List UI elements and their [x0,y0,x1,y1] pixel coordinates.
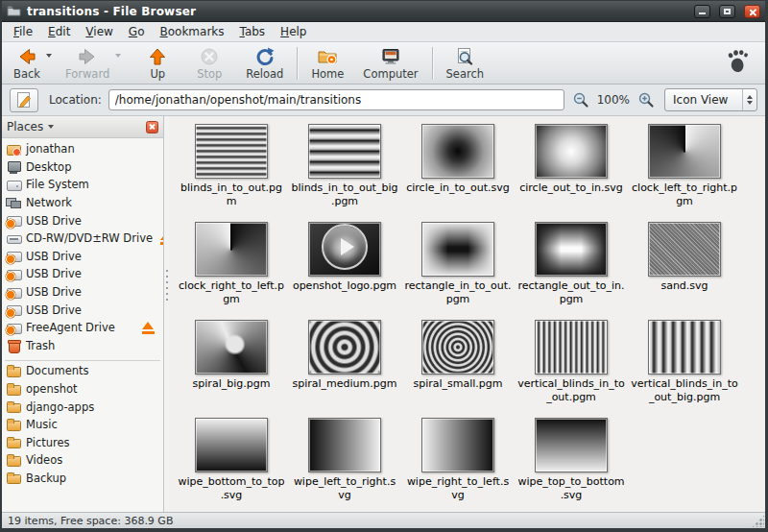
pane-separator-grip[interactable] [166,270,169,302]
menu-item[interactable]: View [78,23,120,40]
sidebar-item[interactable]: FreeAgent Drive [2,319,163,337]
file-item[interactable]: wipe_bottom_to_top.svg [177,418,286,516]
file-item[interactable]: vertical_blinds_in_to_out.pgm [516,320,626,418]
sidebar-item[interactable]: Trash [2,337,163,355]
view-mode-select[interactable]: Icon View [664,88,757,111]
file-item[interactable]: clock_left_to_right.pgm [630,124,739,222]
minimize-button[interactable] [694,5,710,18]
file-item[interactable]: spiral_medium.pgm [290,320,399,418]
file-item[interactable]: vertical_blinds_in_to_out_big.pgm [630,320,739,418]
folder-icon [6,452,21,468]
toolbar: Back Forward Up Stop [2,42,765,85]
sidebar-item[interactable]: Backup [2,470,163,488]
file-item[interactable]: rectangle_out_to_in.pgm [516,222,626,320]
toolbar-separator [432,47,433,80]
sidebar-item[interactable]: USB Drive [2,301,163,319]
file-name: vertical_blinds_in_to_out.pgm [517,377,625,403]
sidebar-item[interactable]: django-apps [2,398,163,416]
folder-icon [6,417,21,432]
location-bar: Location: 100% Icon View [2,85,765,116]
file-item[interactable]: spiral_small.pgm [403,320,513,418]
computer-button[interactable]: Computer [357,45,423,82]
file-thumbnail [421,124,494,179]
file-thumbnail [535,418,608,472]
arrow-left-icon [16,46,37,67]
sidebar-item[interactable]: USB Drive [2,283,163,302]
edit-location-icon [15,91,33,109]
home-button[interactable]: Home [305,45,349,82]
file-item[interactable]: sand.svg [630,222,739,320]
file-item[interactable]: wipe_left_to_right.svg [290,418,399,516]
folder-icon [6,363,21,378]
file-name: spiral_big.pgm [193,377,271,391]
location-input[interactable] [108,89,564,110]
file-item[interactable]: blinds_in_to_out.pgm [177,124,286,222]
sidebar-item[interactable]: Desktop [2,158,163,177]
back-button[interactable]: Back [8,45,46,82]
search-button[interactable]: Search [441,45,491,82]
file-thumbnail [308,124,381,179]
file-item[interactable]: wipe_right_to_left.svg [403,418,513,516]
location-toggle-button[interactable] [10,88,38,112]
zoom-out-button[interactable] [571,90,590,109]
sidebar-item[interactable]: Documents [2,362,163,380]
places-dropdown-icon[interactable] [48,125,54,129]
file-thumbnail [421,320,494,375]
sidebar-item[interactable]: USB Drive [2,211,163,230]
network-icon [6,195,21,210]
forward-history-dropdown[interactable] [115,54,121,58]
menu-item[interactable]: Help [273,23,314,40]
file-item[interactable]: clock_right_to_left.pgm [177,222,286,320]
pane-separator[interactable] [163,116,169,512]
file-item[interactable]: circle_in_to_out.svg [403,124,513,222]
sidebar-item[interactable]: Music [2,416,163,434]
file-item[interactable]: blinds_in_to_out_big.pgm [290,124,399,222]
file-thumbnail [648,124,721,179]
zoom-out-icon [572,91,589,109]
file-name: wipe_right_to_left.svg [404,475,512,501]
eject-button[interactable] [139,322,158,334]
file-item[interactable]: circle_out_to_in.svg [516,124,626,222]
up-button[interactable]: Up [138,45,177,82]
menu-item[interactable]: Go [121,23,153,40]
maximize-button[interactable] [719,5,735,18]
reload-button[interactable]: Reload [240,45,289,82]
sidebar-item[interactable]: Pictures [2,434,163,452]
usb-drive-icon [6,320,21,335]
file-thumbnail [308,222,381,277]
file-name: spiral_medium.pgm [293,377,397,391]
usb-drive-icon [6,302,21,318]
file-grid: blinds_in_to_out.pgm blinds_in_to_out_bi… [169,116,765,512]
usb-drive-icon [6,266,21,281]
file-item[interactable]: spiral_big.pgm [177,320,286,418]
sidebar-item[interactable]: Videos [2,451,163,470]
menu-item[interactable]: Tabs [232,23,274,40]
forward-button[interactable]: Forward [60,45,115,82]
sidebar-item[interactable]: File System [2,176,163,194]
sidebar-item[interactable]: openshot [2,380,163,399]
sidebar-item[interactable]: USB Drive [2,248,163,266]
close-button[interactable] [744,5,760,18]
sidebar-item[interactable] [5,355,160,361]
places-sidebar: Places jonathan Desktop [2,116,163,512]
file-item[interactable]: rectangle_in_to_out.pgm [403,222,513,320]
zoom-in-button[interactable] [636,90,656,109]
places-list: jonathan Desktop File System [2,138,163,512]
menu-item[interactable]: Bookmarks [152,23,231,40]
drive-icon [6,177,21,192]
back-history-dropdown[interactable] [46,54,52,58]
file-item[interactable]: openshot_logo.pgm [290,222,399,320]
sidebar-item[interactable]: jonathan [2,140,163,158]
file-name: rectangle_in_to_out.pgm [404,279,512,305]
file-item[interactable]: wipe_top_to_bottom.svg [516,418,626,516]
sidebar-item[interactable]: Network [2,194,163,212]
sidebar-item[interactable]: CD-RW/DVD±RW Drive [2,230,163,248]
menu-item[interactable]: Edit [40,23,78,40]
resize-grip[interactable] [752,515,764,527]
sidebar-item[interactable]: USB Drive [2,265,163,283]
gnome-foot-icon [725,48,750,75]
stop-button[interactable]: Stop [190,45,228,82]
places-close-button[interactable] [146,121,158,133]
file-name: spiral_small.pgm [413,377,502,391]
menu-item[interactable]: File [6,23,40,40]
